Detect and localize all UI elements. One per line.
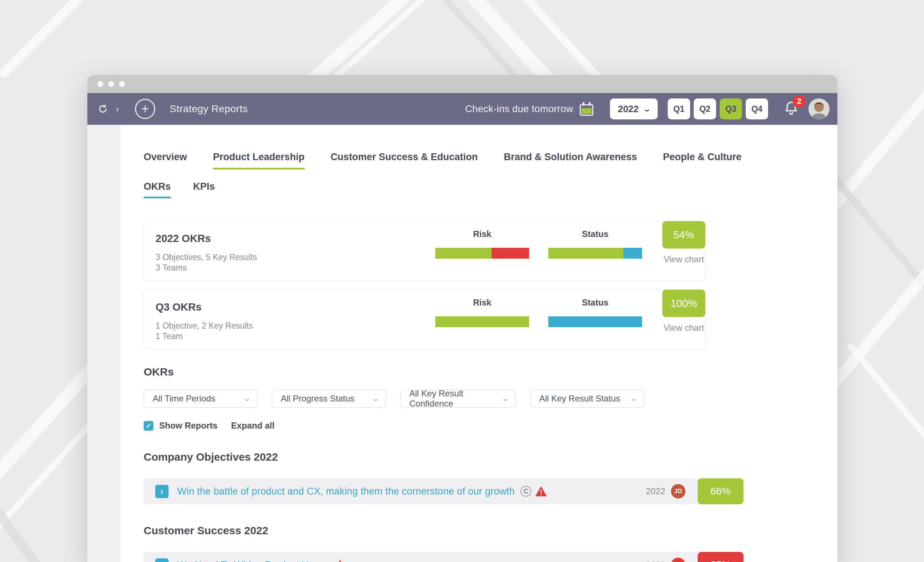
user-avatar[interactable] (808, 99, 830, 120)
group-heading-company-objectives: Company Objectives 2022 (144, 451, 832, 463)
risk-bar[interactable] (435, 248, 529, 259)
report-tabs: Overview Product Leadership Customer Suc… (144, 151, 832, 170)
navbar-left: › + Strategy Reports (97, 99, 248, 119)
page-title: Strategy Reports (170, 103, 248, 115)
quarter-button-q2[interactable]: Q2 (694, 99, 716, 120)
quarter-buttons: Q1 Q2 Q3 Q4 (668, 99, 768, 120)
subtab-kpis[interactable]: KPIs (193, 181, 215, 199)
objective-title-link[interactable]: Win the battle of product and CX, making… (177, 486, 515, 497)
notification-count-badge: 2 (793, 95, 806, 108)
window-control-dot[interactable] (108, 81, 114, 87)
objective-year: 2022 (646, 486, 665, 496)
card-subtitle-line1: 3 Objectives, 5 Key Results (156, 252, 257, 263)
quarter-button-q4[interactable]: Q4 (746, 99, 768, 120)
progress-badge: 54% (662, 221, 705, 248)
bar-segment (548, 316, 642, 327)
card-title: Q3 OKRs (156, 301, 201, 313)
chevron-down-icon: ⌄ (642, 105, 651, 113)
card-subtitle: 1 Objective, 2 Key Results 1 Team (156, 321, 253, 342)
card-subtitle-line1: 1 Objective, 2 Key Results (156, 321, 253, 331)
copyright-c-icon: C (520, 486, 531, 497)
warning-triangle-icon (535, 486, 547, 497)
card-subtitle-line2: 3 Teams (156, 263, 257, 273)
browser-chrome-bar (87, 75, 837, 93)
objective-progress-badge: 66% (698, 478, 744, 504)
bar-segment (548, 248, 623, 259)
calendar-icon[interactable] (580, 102, 593, 116)
filter-progress-status[interactable]: All Progress Status ⌄ (272, 390, 386, 408)
filter-value: All Time Periods (153, 393, 215, 404)
report-content: Overview Product Leadership Customer Suc… (87, 125, 837, 562)
quarter-button-q1[interactable]: Q1 (668, 99, 690, 120)
bar-segment (435, 316, 529, 327)
tab-people-culture[interactable]: People & Culture (663, 151, 742, 170)
tab-customer-success-education[interactable]: Customer Success & Education (331, 151, 478, 170)
objective-row: › We Need To Widen Product Usage 2022 JS… (144, 552, 744, 562)
left-gutter (87, 125, 120, 562)
filter-value: All Key Result Confidence (409, 389, 498, 409)
okr-filters: All Time Periods ⌄ All Progress Status ⌄… (144, 390, 832, 408)
show-reports-label: Show Reports (159, 421, 217, 431)
status-column-label: Status (548, 297, 642, 308)
objective-progress-badge: 25% (698, 552, 744, 562)
notifications-button[interactable]: 2 (783, 100, 799, 118)
tab-product-leadership[interactable]: Product Leadership (213, 151, 304, 170)
card-subtitle-line2: 1 Team (156, 331, 253, 342)
risk-column-label: Risk (435, 229, 529, 239)
objective-year: 2022 (646, 560, 665, 562)
chevron-down-icon: ⌄ (501, 395, 510, 402)
okr-summary-card-2022: 2022 OKRs 3 Objectives, 5 Key Results 3 … (144, 221, 706, 281)
tab-brand-solution-awareness[interactable]: Brand & Solution Awareness (504, 151, 637, 170)
owner-avatar[interactable]: JD (671, 484, 686, 499)
subtab-okrs[interactable]: OKRs (144, 181, 171, 199)
card-subtitle: 3 Objectives, 5 Key Results 3 Teams (156, 252, 257, 273)
chevron-down-icon: ⌄ (243, 395, 251, 402)
objective-row-main[interactable]: › Win the battle of product and CX, maki… (144, 478, 698, 504)
status-bar[interactable] (548, 316, 642, 327)
objective-row-main[interactable]: › We Need To Widen Product Usage 2022 JS (144, 552, 698, 562)
forward-chevron-icon[interactable]: › (112, 103, 122, 115)
show-reports-checkbox[interactable]: ✓ (144, 421, 153, 431)
warning-triangle-icon (334, 559, 346, 562)
filter-key-result-status[interactable]: All Key Result Status ⌄ (530, 390, 644, 408)
browser-window: › + Strategy Reports Check-ins due tomor… (87, 75, 837, 562)
expand-chevron-icon[interactable]: › (155, 558, 168, 562)
expand-all-link[interactable]: Expand all (231, 421, 274, 431)
okrs-section-heading: OKRs (144, 366, 832, 378)
progress-badge: 100% (662, 290, 705, 317)
bar-segment (623, 248, 642, 259)
window-control-dot[interactable] (98, 81, 103, 87)
filter-time-periods[interactable]: All Time Periods ⌄ (144, 390, 257, 408)
refresh-icon[interactable] (97, 103, 109, 114)
report-subtabs: OKRs KPIs (144, 181, 832, 199)
chevron-down-icon: ⌄ (630, 395, 638, 402)
quarter-button-q3[interactable]: Q3 (720, 99, 742, 120)
year-select[interactable]: 2022 ⌄ (610, 99, 658, 120)
owner-avatar[interactable]: JS (671, 558, 686, 562)
bar-segment (435, 248, 492, 259)
year-select-value: 2022 (618, 103, 639, 115)
okr-list-options: ✓ Show Reports Expand all (144, 421, 832, 431)
expand-chevron-icon[interactable]: › (155, 485, 168, 498)
status-bar[interactable] (548, 248, 642, 259)
add-button[interactable]: + (135, 99, 155, 119)
status-column-label: Status (548, 229, 642, 239)
checkins-due-label: Check-ins due tomorrow (465, 103, 573, 115)
group-heading-customer-success: Customer Success 2022 (144, 525, 832, 537)
bar-segment (492, 248, 529, 259)
filter-key-result-confidence[interactable]: All Key Result Confidence ⌄ (400, 390, 516, 408)
filter-value: All Key Result Status (539, 393, 620, 404)
card-title: 2022 OKRs (156, 233, 211, 245)
bg-streak (0, 0, 91, 79)
tab-overview[interactable]: Overview (144, 151, 187, 170)
chevron-down-icon: ⌄ (371, 395, 380, 402)
app-navbar: › + Strategy Reports Check-ins due tomor… (87, 93, 837, 125)
window-control-dot[interactable] (119, 81, 125, 87)
navbar-right: Check-ins due tomorrow 2022 ⌄ Q1 Q2 Q3 Q… (465, 99, 830, 120)
objective-title-link[interactable]: We Need To Widen Product Usage (177, 559, 330, 562)
view-chart-link[interactable]: View chart (662, 323, 705, 333)
risk-bar[interactable] (435, 316, 529, 327)
okr-summary-card-q3: Q3 OKRs 1 Objective, 2 Key Results 1 Tea… (144, 289, 706, 349)
risk-column-label: Risk (435, 297, 529, 308)
view-chart-link[interactable]: View chart (662, 254, 705, 265)
